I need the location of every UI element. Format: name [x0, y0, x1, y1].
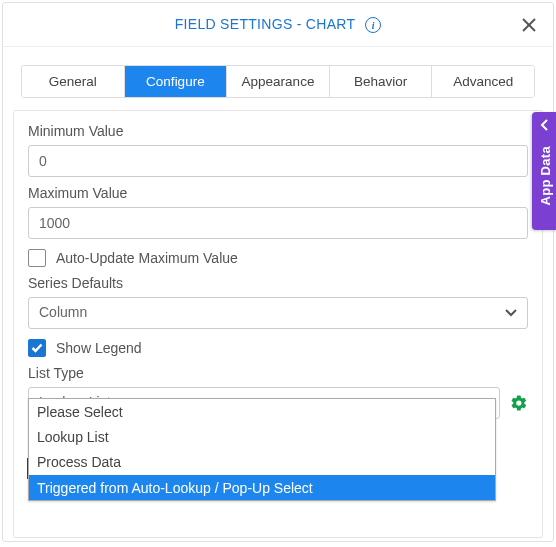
dropdown-option[interactable]: Process Data [29, 449, 495, 474]
list-type-dropdown: Please Select Lookup List Process Data T… [28, 398, 496, 501]
panel-title: FIELD SETTINGS - CHART [175, 16, 356, 32]
min-value-label: Minimum Value [28, 123, 528, 139]
info-icon[interactable]: i [365, 17, 381, 33]
dropdown-option[interactable]: Please Select [29, 399, 495, 424]
chevron-left-icon [540, 118, 550, 134]
gear-icon[interactable] [510, 394, 528, 412]
list-type-label: List Type [28, 365, 528, 381]
panel-header: FIELD SETTINGS - CHART i [3, 3, 553, 47]
tab-behavior[interactable]: Behavior [330, 66, 433, 97]
tabs: General Configure Appearance Behavior Ad… [21, 65, 535, 98]
show-legend-label: Show Legend [56, 340, 142, 356]
series-defaults-label: Series Defaults [28, 275, 528, 291]
tab-general[interactable]: General [22, 66, 125, 97]
close-button[interactable] [517, 13, 541, 37]
tab-advanced[interactable]: Advanced [432, 66, 534, 97]
series-defaults-select[interactable]: Column [28, 297, 528, 329]
configure-panel: Minimum Value Maximum Value Auto-Update … [13, 110, 543, 538]
show-legend-checkbox[interactable] [28, 339, 46, 357]
app-data-side-tab[interactable]: App Data [532, 112, 556, 230]
auto-update-label: Auto-Update Maximum Value [56, 250, 238, 266]
auto-update-checkbox[interactable] [28, 249, 46, 267]
dropdown-option[interactable]: Lookup List [29, 424, 495, 449]
min-value-input[interactable] [28, 145, 528, 177]
tab-appearance[interactable]: Appearance [227, 66, 330, 97]
side-tab-label: App Data [538, 146, 553, 205]
dropdown-option-highlighted[interactable]: Triggered from Auto-Lookup / Pop-Up Sele… [29, 475, 495, 500]
tab-configure[interactable]: Configure [125, 66, 228, 97]
max-value-label: Maximum Value [28, 185, 528, 201]
max-value-input[interactable] [28, 207, 528, 239]
